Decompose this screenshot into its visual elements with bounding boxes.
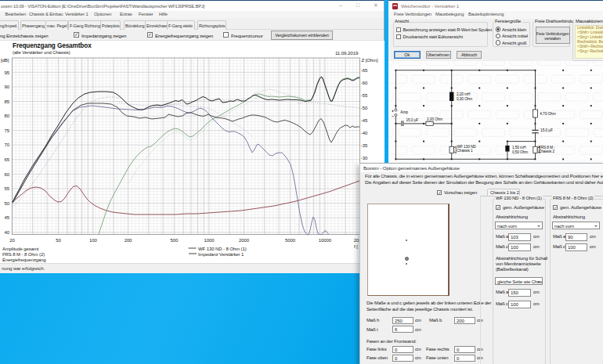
svg-text:-55: -55 xyxy=(361,93,368,98)
svg-text:Amp: Amp xyxy=(400,110,408,114)
svg-text:200: 200 xyxy=(125,238,132,243)
svg-text:0,50 Ohm: 0,50 Ohm xyxy=(512,150,528,154)
svg-text:2,20 Ohm: 2,20 Ohm xyxy=(427,117,442,121)
svg-text:55: 55 xyxy=(5,186,10,191)
svg-text:90: 90 xyxy=(5,85,10,89)
svg-text:Chassis 2: Chassis 2 xyxy=(539,150,555,153)
svg-text:70: 70 xyxy=(5,142,10,147)
svg-text:40: 40 xyxy=(5,230,10,235)
svg-text:2,20 mH: 2,20 mH xyxy=(457,92,471,96)
svg-text:10000: 10000 xyxy=(319,238,332,243)
svg-text:20: 20 xyxy=(354,238,359,243)
svg-text:50: 50 xyxy=(5,201,10,206)
svg-text:60: 60 xyxy=(5,172,10,177)
svg-text:5000: 5000 xyxy=(285,238,296,243)
svg-text:FRS 8 M -: FRS 8 M - xyxy=(539,146,555,150)
svg-text:85: 85 xyxy=(5,99,10,104)
svg-text:100: 100 xyxy=(89,238,97,243)
svg-text:20: 20 xyxy=(9,238,15,243)
svg-text:[dB]: [dB] xyxy=(1,58,9,63)
svg-text:-60: -60 xyxy=(361,81,368,85)
svg-text:Impedanz Verstärker 1: Impedanz Verstärker 1 xyxy=(198,252,244,257)
svg-text:Amplitude gesamt: Amplitude gesamt xyxy=(2,247,39,251)
svg-text:2000: 2000 xyxy=(239,238,250,243)
svg-text:-45: -45 xyxy=(361,118,368,123)
svg-text:f [: f [ xyxy=(354,244,358,249)
svg-text:15,0 µF: 15,0 µF xyxy=(540,128,553,132)
svg-text:65: 65 xyxy=(5,157,10,162)
svg-text:95: 95 xyxy=(5,70,10,75)
svg-text:-40: -40 xyxy=(361,131,368,135)
svg-text:75: 75 xyxy=(5,128,10,133)
svg-text:0,30 Ohm: 0,30 Ohm xyxy=(457,97,472,101)
svg-text:WF 130 ND: WF 130 ND xyxy=(457,145,477,149)
svg-text:-35: -35 xyxy=(361,143,368,148)
svg-text:45: 45 xyxy=(5,215,10,220)
svg-text:WF 130 ND - 8 Ohm (1): WF 130 ND - 8 Ohm (1) xyxy=(198,247,247,251)
svg-text:80: 80 xyxy=(5,114,10,118)
svg-text:Z [Ohm]: Z [Ohm] xyxy=(362,58,378,63)
svg-text:1,50 mH: 1,50 mH xyxy=(512,146,526,150)
svg-text:Chassis 1: Chassis 1 xyxy=(457,149,474,153)
svg-text:FRS 8 M - 8 Ohm (2): FRS 8 M - 8 Ohm (2) xyxy=(2,252,45,257)
svg-text:50: 50 xyxy=(56,238,61,243)
svg-text:Energiefrequenzgang: Energiefrequenzgang xyxy=(2,258,45,262)
svg-text:500: 500 xyxy=(171,238,179,243)
svg-text:-30: -30 xyxy=(361,156,368,160)
svg-text:1000: 1000 xyxy=(204,238,215,243)
svg-text:4,70 Ohm: 4,70 Ohm xyxy=(540,112,555,116)
svg-text:-50: -50 xyxy=(361,106,368,110)
svg-text:15,0 µF: 15,0 µF xyxy=(406,118,419,122)
svg-text:-65: -65 xyxy=(361,68,368,73)
